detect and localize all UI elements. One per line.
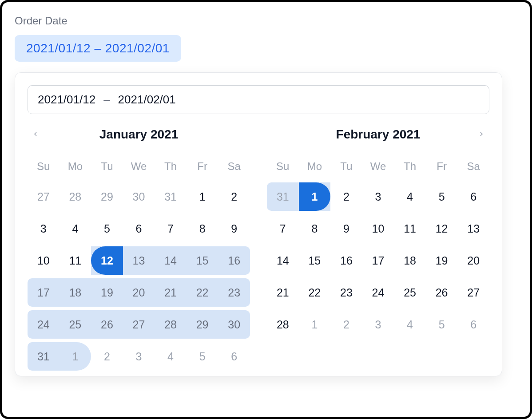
calendar-day[interactable]: 7: [267, 214, 299, 243]
range-dash: –: [103, 93, 110, 107]
calendar-day[interactable]: 7: [155, 214, 187, 243]
calendar-day[interactable]: 26: [91, 310, 123, 339]
calendar-day[interactable]: 4: [394, 182, 426, 211]
calendar-week: 17181920212223: [28, 277, 250, 308]
calendar-day[interactable]: 3: [123, 342, 155, 371]
weekday: We: [362, 157, 394, 176]
calendar-day[interactable]: 18: [394, 246, 426, 275]
calendar-day[interactable]: 1: [299, 310, 331, 339]
calendar-day[interactable]: 15: [187, 246, 218, 275]
calendar-day[interactable]: 18: [60, 278, 91, 307]
calendar-day[interactable]: 11: [394, 214, 426, 243]
calendar-day[interactable]: 23: [330, 278, 362, 307]
calendar-day[interactable]: 24: [362, 278, 394, 307]
calendar-day[interactable]: 6: [457, 182, 489, 211]
calendar-day[interactable]: 2: [330, 310, 362, 339]
calendar-day[interactable]: 6: [457, 310, 489, 339]
calendar-day[interactable]: 6: [218, 342, 250, 371]
calendars-row: January 2021 Su Mo Tu We Th Fr Sa 272829…: [28, 122, 489, 372]
calendar-day[interactable]: 21: [155, 278, 187, 307]
calendar-day[interactable]: 6: [123, 214, 155, 243]
calendar-day[interactable]: 19: [426, 246, 458, 275]
calendar-day[interactable]: 17: [28, 278, 60, 307]
date-range-popover: 2021/01/12 – 2021/02/01 January 2021 Su …: [15, 72, 502, 376]
calendar-day[interactable]: 14: [155, 246, 187, 275]
date-range-chip[interactable]: 2021/01/12 – 2021/02/01: [15, 35, 181, 62]
calendar-day[interactable]: 4: [394, 310, 426, 339]
calendar-day[interactable]: 28: [155, 310, 187, 339]
calendar-day[interactable]: 5: [426, 310, 458, 339]
calendar-day[interactable]: 2: [330, 182, 362, 211]
calendar-day[interactable]: 5: [91, 214, 123, 243]
calendar-day[interactable]: 11: [60, 246, 91, 275]
calendar-day[interactable]: 14: [267, 246, 299, 275]
calendar-day[interactable]: 31: [28, 342, 60, 371]
calendar-day[interactable]: 13: [457, 214, 489, 243]
calendar-day[interactable]: 28: [267, 310, 299, 339]
calendar-day[interactable]: 31: [267, 182, 299, 211]
calendar-day[interactable]: 1: [60, 342, 91, 371]
weekday: Su: [28, 157, 60, 176]
calendar-day[interactable]: 22: [187, 278, 218, 307]
calendar-day[interactable]: 9: [330, 214, 362, 243]
calendar-right: February 2021 Su Mo Tu We Th Fr Sa: [267, 122, 489, 372]
calendar-day[interactable]: 19: [91, 278, 123, 307]
range-start-text: 2021/01/12: [38, 93, 95, 107]
weekday: Fr: [426, 157, 458, 176]
calendar-day[interactable]: 4: [60, 214, 91, 243]
next-month-button[interactable]: [473, 126, 489, 142]
calendar-day[interactable]: 8: [299, 214, 331, 243]
calendar-day[interactable]: 30: [218, 310, 250, 339]
calendar-day[interactable]: 5: [426, 182, 458, 211]
calendar-day[interactable]: 5: [187, 342, 218, 371]
calendar-day[interactable]: 3: [362, 310, 394, 339]
weekday: Mo: [299, 157, 331, 176]
weekday: Tu: [91, 157, 123, 176]
calendar-day[interactable]: 26: [426, 278, 458, 307]
weekday: Sa: [218, 157, 250, 176]
calendar-day[interactable]: 20: [457, 246, 489, 275]
calendar-day[interactable]: 29: [91, 182, 123, 211]
calendar-day[interactable]: 24: [28, 310, 60, 339]
calendar-day[interactable]: 27: [123, 310, 155, 339]
calendar-day[interactable]: 3: [28, 214, 60, 243]
weekday: Tu: [330, 157, 362, 176]
calendar-day[interactable]: 8: [187, 214, 218, 243]
calendar-day[interactable]: 12: [91, 246, 123, 275]
calendar-day[interactable]: 17: [362, 246, 394, 275]
calendar-day[interactable]: 3: [362, 182, 394, 211]
calendar-day[interactable]: 31: [155, 182, 187, 211]
weekday: Sa: [457, 157, 489, 176]
calendar-day[interactable]: 23: [218, 278, 250, 307]
calendar-left: January 2021 Su Mo Tu We Th Fr Sa 272829…: [28, 122, 250, 372]
calendar-day[interactable]: 10: [362, 214, 394, 243]
calendar-day[interactable]: 22: [299, 278, 331, 307]
calendar-day[interactable]: 2: [218, 182, 250, 211]
calendar-day[interactable]: 1: [187, 182, 218, 211]
calendar-day[interactable]: 25: [60, 310, 91, 339]
calendar-day[interactable]: 2: [91, 342, 123, 371]
calendar-day[interactable]: 30: [123, 182, 155, 211]
calendar-day[interactable]: 15: [299, 246, 331, 275]
calendar-day[interactable]: 9: [218, 214, 250, 243]
date-range-input[interactable]: 2021/01/12 – 2021/02/01: [28, 85, 489, 114]
calendar-day[interactable]: 21: [267, 278, 299, 307]
calendar-day[interactable]: 29: [187, 310, 218, 339]
calendar-left-title: January 2021: [99, 127, 178, 142]
calendar-day[interactable]: 10: [28, 246, 60, 275]
calendar-day[interactable]: 12: [426, 214, 458, 243]
weekday: Su: [267, 157, 299, 176]
calendar-day[interactable]: 25: [394, 278, 426, 307]
calendar-day[interactable]: 1: [299, 182, 331, 211]
prev-month-button[interactable]: [28, 126, 44, 142]
calendar-day[interactable]: 27: [457, 278, 489, 307]
calendar-day[interactable]: 16: [330, 246, 362, 275]
calendar-week: 3456789: [28, 213, 250, 245]
calendar-day[interactable]: 28: [60, 182, 91, 211]
calendar-day[interactable]: 4: [155, 342, 187, 371]
calendar-day[interactable]: 27: [28, 182, 60, 211]
app-frame: Order Date 2021/01/12 – 2021/02/01 2021/…: [0, 0, 532, 419]
calendar-day[interactable]: 16: [218, 246, 250, 275]
calendar-day[interactable]: 20: [123, 278, 155, 307]
calendar-day[interactable]: 13: [123, 246, 155, 275]
